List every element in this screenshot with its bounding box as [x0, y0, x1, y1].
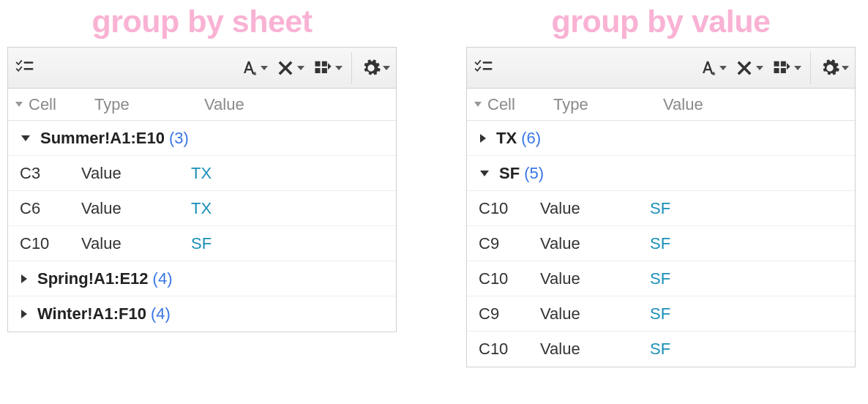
- toolbar: [8, 48, 396, 89]
- caret-down-icon: [335, 66, 343, 70]
- group-row[interactable]: SF(5): [467, 156, 855, 191]
- group-name: TX: [496, 129, 517, 148]
- data-row[interactable]: C10ValueSF: [467, 261, 855, 296]
- data-row[interactable]: C10ValueSF: [467, 191, 855, 226]
- x-icon: [275, 58, 296, 78]
- cell-ref: C10: [474, 199, 540, 218]
- data-row[interactable]: C3ValueTX: [8, 156, 396, 191]
- cell-type: Value: [81, 199, 191, 218]
- panel-body: CellTypeValueSummer!A1:E10(3)C3ValueTXC6…: [7, 47, 397, 332]
- chevron-right-icon: [21, 274, 27, 283]
- format-button[interactable]: [237, 55, 269, 81]
- group-row[interactable]: Summer!A1:E10(3): [8, 121, 396, 156]
- cell-ref: C10: [474, 340, 540, 359]
- group-count: (5): [524, 164, 544, 183]
- toolbar-separator: [810, 52, 811, 84]
- cell-type: Value: [540, 269, 650, 288]
- svg-rect-1: [322, 61, 327, 66]
- svg-rect-6: [774, 68, 779, 73]
- clear-button[interactable]: [733, 55, 765, 81]
- select-all-button[interactable]: [471, 54, 496, 82]
- caret-down-icon: [261, 66, 268, 70]
- group-name: Winter!A1:F10: [37, 304, 146, 323]
- caret-down-icon: [842, 66, 849, 70]
- cell-type: Value: [540, 234, 650, 253]
- cell-value: TX: [191, 164, 389, 183]
- column-header-type[interactable]: Type: [94, 95, 204, 114]
- grid-icon: [312, 58, 334, 78]
- panel-body: CellTypeValueTX(6)SF(5)C10ValueSFC9Value…: [466, 47, 856, 367]
- gear-icon: [361, 58, 381, 78]
- cell-type: Value: [81, 164, 191, 183]
- toolbar: [467, 48, 855, 89]
- caret-down-icon: [794, 66, 801, 70]
- caret-down-icon: [297, 66, 304, 70]
- caret-down-icon: [383, 66, 390, 70]
- svg-rect-2: [315, 68, 321, 73]
- group-row[interactable]: TX(6): [467, 121, 855, 156]
- caret-down-icon: [719, 66, 727, 70]
- group-row[interactable]: Winter!A1:F10(4): [8, 296, 396, 332]
- column-headers: CellTypeValue: [8, 89, 396, 121]
- text-format-icon: [697, 58, 718, 78]
- select-all-button[interactable]: [12, 54, 37, 82]
- group-count: (4): [151, 304, 171, 323]
- caret-down-icon: [756, 66, 763, 70]
- gear-icon: [820, 58, 840, 78]
- data-row[interactable]: C6ValueTX: [8, 191, 396, 226]
- clear-button[interactable]: [274, 55, 306, 81]
- cell-type: Value: [540, 304, 650, 323]
- cell-ref: C10: [474, 269, 540, 288]
- title-group-by-value: group by value: [466, 4, 856, 40]
- group-row[interactable]: Spring!A1:E12(4): [8, 261, 396, 296]
- group-name: Summer!A1:E10: [40, 129, 165, 148]
- svg-rect-7: [781, 68, 786, 73]
- chevron-right-icon: [21, 310, 27, 318]
- column-header-cell[interactable]: Cell: [487, 95, 553, 114]
- cell-value: SF: [650, 304, 848, 323]
- title-group-by-sheet: group by sheet: [7, 4, 397, 40]
- settings-button[interactable]: [359, 55, 392, 81]
- x-icon: [734, 58, 755, 78]
- panel-group-by-value: group by value CellTypeValueTX(6)SF(5)C1…: [466, 4, 856, 367]
- panel-group-by-sheet: group by sheet CellTypeValueSummer!A1:E1…: [7, 4, 397, 367]
- column-header-type[interactable]: Type: [553, 95, 663, 114]
- cell-value: SF: [650, 199, 848, 218]
- sort-caret-icon[interactable]: [474, 102, 482, 107]
- grid-icon: [771, 58, 793, 78]
- text-format-icon: [239, 58, 259, 78]
- column-headers: CellTypeValue: [467, 89, 855, 121]
- group-count: (6): [521, 129, 541, 148]
- chevron-down-icon: [21, 135, 30, 141]
- data-row[interactable]: C9ValueSF: [467, 226, 855, 261]
- group-name: Spring!A1:E12: [37, 269, 149, 288]
- cell-ref: C10: [15, 234, 81, 253]
- cell-ref: C9: [474, 234, 540, 253]
- cell-ref: C6: [15, 199, 81, 218]
- checklist-icon: [14, 57, 36, 79]
- chevron-right-icon: [480, 134, 486, 143]
- cell-value: SF: [650, 340, 848, 359]
- grid-button[interactable]: [310, 55, 344, 81]
- cell-value: SF: [650, 234, 848, 253]
- data-row[interactable]: C9ValueSF: [467, 296, 855, 332]
- grid-button[interactable]: [769, 55, 803, 81]
- sort-caret-icon[interactable]: [15, 102, 23, 107]
- data-row[interactable]: C10ValueSF: [8, 226, 396, 261]
- format-button[interactable]: [696, 55, 728, 81]
- cell-type: Value: [540, 340, 650, 359]
- column-header-value[interactable]: Value: [204, 95, 389, 114]
- column-header-value[interactable]: Value: [663, 95, 848, 114]
- svg-rect-0: [315, 61, 321, 66]
- group-name: SF: [499, 164, 520, 183]
- cell-ref: C3: [15, 164, 81, 183]
- settings-button[interactable]: [818, 55, 850, 81]
- group-count: (3): [169, 129, 189, 148]
- cell-type: Value: [540, 199, 650, 218]
- chevron-down-icon: [480, 171, 489, 176]
- data-row[interactable]: C10ValueSF: [467, 332, 855, 367]
- toolbar-separator: [351, 52, 352, 84]
- column-header-cell[interactable]: Cell: [29, 95, 94, 114]
- cell-ref: C9: [474, 304, 540, 323]
- cell-value: TX: [191, 199, 389, 218]
